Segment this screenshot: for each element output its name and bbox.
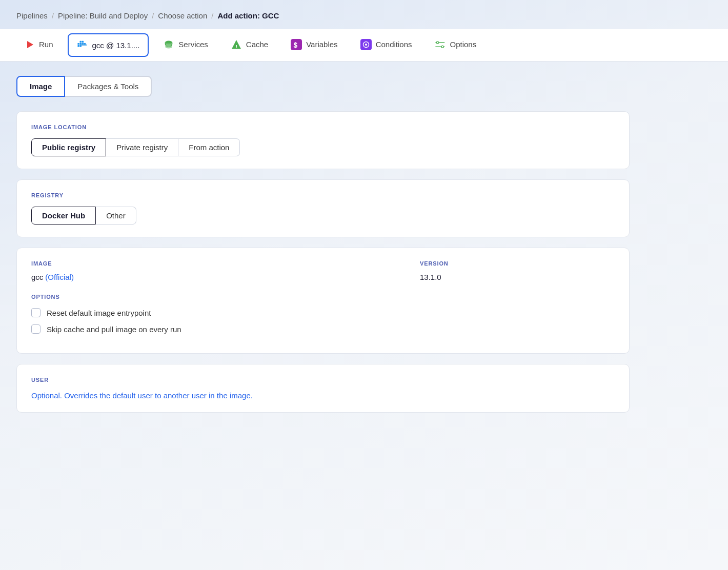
svg-text:$: $: [294, 41, 298, 49]
user-section-label: USER: [31, 377, 615, 383]
registry-options: Docker Hub Other: [31, 207, 615, 225]
tab-cache-label: Cache: [246, 40, 268, 49]
tab-options[interactable]: Options: [424, 30, 487, 61]
registry-other-btn[interactable]: Other: [96, 207, 136, 225]
subtab-image[interactable]: Image: [16, 76, 65, 97]
tab-cache[interactable]: ! Cache: [220, 30, 278, 61]
user-section: USER Optional. Overrides the default use…: [16, 364, 630, 413]
checkbox-reset-entrypoint: Reset default image entrypoint: [31, 308, 615, 317]
breadcrumb-current: Add action: GCC: [217, 11, 279, 20]
version-column: VERSION 13.1.0: [420, 260, 615, 281]
image-column: IMAGE gcc(Official): [31, 260, 420, 281]
svg-rect-7: [77, 45, 79, 47]
image-col-header: IMAGE: [31, 260, 420, 267]
registry-public-btn[interactable]: Public registry: [31, 138, 106, 156]
breadcrumb-choose[interactable]: Choose action: [158, 11, 207, 20]
run-icon: [25, 39, 35, 50]
svg-point-18: [365, 43, 367, 45]
image-details-section: IMAGE gcc(Official) VERSION 13.1.0 OPTIO…: [16, 248, 630, 354]
tab-gcc[interactable]: gcc @ 13.1....: [68, 33, 149, 57]
cache-icon: !: [231, 39, 242, 50]
breadcrumb-sep-3: /: [211, 11, 213, 20]
version-col-header: VERSION: [420, 260, 615, 267]
dockerhub-btn[interactable]: Docker Hub: [31, 207, 96, 225]
tab-services-label: Services: [178, 40, 208, 49]
reset-entrypoint-label: Reset default image entrypoint: [47, 309, 151, 317]
image-name: gcc: [31, 273, 43, 281]
tab-run-label: Run: [39, 40, 53, 49]
registry-section: REGISTRY Docker Hub Other: [16, 179, 630, 237]
tab-gcc-label: gcc @ 13.1....: [92, 41, 140, 50]
options-label: OPTIONS: [31, 294, 615, 300]
tab-conditions-label: Conditions: [376, 40, 412, 49]
registry-action-btn[interactable]: From action: [178, 138, 240, 156]
tab-options-label: Options: [450, 40, 477, 49]
registry-private-btn[interactable]: Private registry: [106, 138, 178, 156]
image-official: (Official): [45, 273, 74, 281]
registry-section-label: REGISTRY: [31, 192, 615, 198]
services-icon: [163, 39, 174, 50]
breadcrumb-pipelines[interactable]: Pipelines: [16, 11, 48, 20]
svg-text:!: !: [235, 43, 237, 49]
image-location-options: Public registry Private registry From ac…: [31, 138, 615, 156]
image-value: gcc(Official): [31, 273, 420, 281]
main-content: Image Packages & Tools IMAGE LOCATION Pu…: [0, 62, 646, 437]
variables-icon: $: [291, 39, 302, 50]
svg-rect-1: [77, 43, 79, 45]
svg-point-11: [165, 45, 172, 48]
tab-services[interactable]: Services: [153, 30, 218, 61]
tab-conditions[interactable]: Conditions: [350, 30, 422, 61]
tab-variables[interactable]: $ Variables: [280, 30, 348, 61]
svg-rect-4: [82, 41, 83, 43]
tab-run[interactable]: Run: [14, 32, 64, 58]
checkbox-skip-cache: Skip cache and pull image on every run: [31, 324, 615, 334]
breadcrumb: Pipelines / Pipeline: Build and Deploy /…: [0, 0, 728, 29]
subtab-packages[interactable]: Packages & Tools: [65, 76, 152, 97]
tabbar: Run gcc @ 13.1....: [0, 29, 728, 62]
image-location-section: IMAGE LOCATION Public registry Private r…: [16, 111, 630, 169]
tab-variables-label: Variables: [306, 40, 337, 49]
breadcrumb-sep-2: /: [152, 11, 154, 20]
version-value: 13.1.0: [420, 273, 615, 281]
skip-cache-label: Skip cache and pull image on every run: [47, 325, 181, 334]
svg-rect-5: [79, 41, 81, 43]
options-icon: [435, 39, 446, 50]
reset-entrypoint-checkbox[interactable]: [31, 308, 41, 317]
breadcrumb-pipeline[interactable]: Pipeline: Build and Deploy: [58, 11, 148, 20]
svg-marker-0: [27, 41, 33, 48]
user-section-hint: Optional. Overrides the default user to …: [31, 391, 615, 400]
breadcrumb-sep-1: /: [52, 11, 54, 20]
image-location-label: IMAGE LOCATION: [31, 124, 615, 130]
image-version-row: IMAGE gcc(Official) VERSION 13.1.0: [31, 260, 615, 281]
docker-icon: [77, 39, 88, 51]
subtab-bar: Image Packages & Tools: [16, 76, 630, 97]
skip-cache-checkbox[interactable]: [31, 324, 41, 334]
svg-point-19: [436, 41, 438, 43]
svg-point-22: [441, 46, 443, 48]
conditions-icon: [360, 39, 372, 50]
